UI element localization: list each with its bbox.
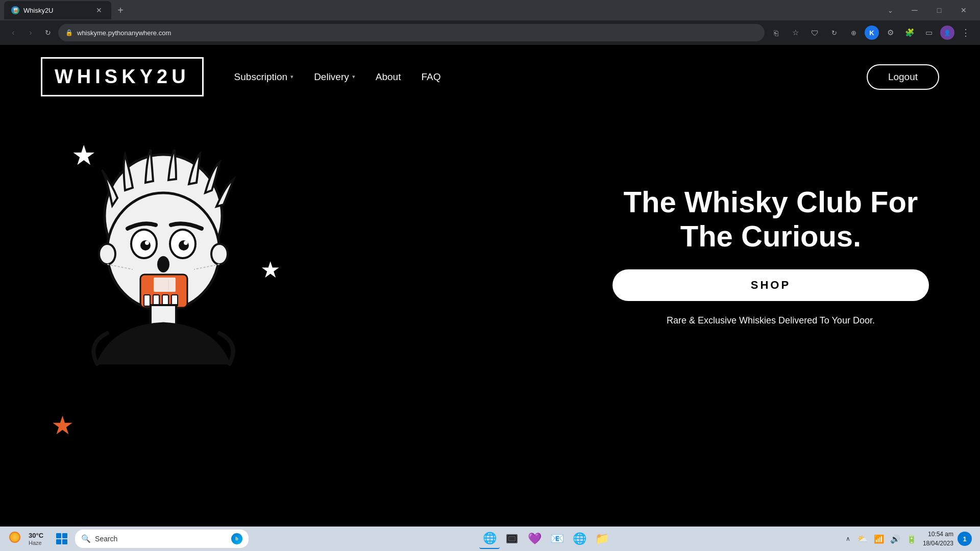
taskbar-explorer-icon[interactable]: [502, 529, 522, 549]
svg-point-18: [211, 244, 228, 264]
subscription-label: Subscription: [234, 71, 288, 83]
tab-close-icon[interactable]: ✕: [94, 5, 104, 15]
shield-icon[interactable]: 🛡: [806, 24, 823, 41]
weather-widget[interactable]: 30°C Haze: [8, 531, 43, 547]
tray-volume-icon[interactable]: 🔊: [888, 532, 902, 546]
tray-battery-icon[interactable]: 🔋: [904, 532, 919, 546]
window-controls: ⌄ ─ □ ✕: [878, 2, 976, 19]
svg-point-7: [184, 241, 188, 245]
tray-weather-icon[interactable]: ⛅: [855, 532, 870, 546]
taskbar-browser-icon[interactable]: 🌐: [479, 529, 500, 549]
nav-about[interactable]: About: [376, 71, 401, 83]
logout-button[interactable]: Logout: [867, 64, 939, 90]
back-button[interactable]: ‹: [6, 26, 20, 40]
svg-point-6: [145, 241, 149, 245]
taskbar-app5-icon[interactable]: 🌐: [569, 529, 590, 549]
taskbar: 30°C Haze 🔍 Search b 🌐 💜 📧: [0, 527, 980, 551]
svg-point-8: [157, 256, 169, 272]
bookmark-icon[interactable]: ☆: [787, 24, 803, 41]
taskbar-teams-icon[interactable]: 💜: [524, 529, 545, 549]
logout-label: Logout: [888, 71, 918, 82]
extensions-icon[interactable]: 🧩: [901, 24, 918, 41]
lock-icon: 🔒: [65, 29, 73, 36]
menu-icon[interactable]: ⋮: [958, 24, 974, 41]
hero-section: ★ ★ ★: [0, 109, 980, 466]
site-navigation: WHISKY2U Subscription ▾ Delivery ▾ About…: [0, 45, 980, 109]
delivery-label: Delivery: [314, 71, 349, 83]
profile-k-button[interactable]: K: [865, 26, 879, 40]
tray-wifi-icon[interactable]: 📶: [872, 532, 886, 546]
close-button[interactable]: ✕: [951, 2, 976, 19]
delivery-arrow-icon: ▾: [352, 73, 355, 80]
bing-icon: b: [231, 533, 242, 544]
hero-title: The Whisky Club For The Curious.: [612, 185, 929, 253]
active-tab[interactable]: 🥃 Whisky2U ✕: [4, 1, 111, 19]
tray-expand-icon[interactable]: ∧: [843, 532, 853, 546]
taskbar-files-icon[interactable]: 📁: [592, 529, 612, 549]
taskbar-mail-icon[interactable]: 📧: [547, 529, 567, 549]
shop-label: SHOP: [751, 279, 791, 291]
weather-desc: Haze: [29, 540, 43, 546]
maximize-button[interactable]: □: [927, 2, 951, 19]
minimize-button[interactable]: ─: [902, 2, 927, 19]
tab-title: Whisky2U: [23, 7, 54, 14]
taskbar-search-icon: 🔍: [81, 534, 91, 543]
shop-button[interactable]: SHOP: [612, 269, 929, 301]
extension2-icon[interactable]: ⊕: [845, 24, 862, 41]
settings-icon[interactable]: ⚙: [882, 24, 898, 41]
star-mid-icon: ★: [260, 257, 280, 283]
hero-text-block: The Whisky Club For The Curious. SHOP Ra…: [612, 185, 929, 326]
clock-time: 10:54 am: [923, 530, 953, 539]
profile-avatar[interactable]: 👤: [940, 26, 954, 40]
share-icon[interactable]: ⎗: [768, 24, 784, 41]
site-logo[interactable]: WHISKY2U: [41, 57, 204, 96]
taskbar-search-bar[interactable]: 🔍 Search b: [75, 530, 249, 548]
browser-chrome: 🥃 Whisky2U ✕ + ⌄ ─ □ ✕ ‹ › ↻ 🔒 whiskyme.…: [0, 0, 980, 45]
new-tab-button[interactable]: +: [113, 3, 128, 17]
website-content: WHISKY2U Subscription ▾ Delivery ▾ About…: [0, 45, 980, 484]
star-orange-icon: ★: [51, 411, 74, 440]
refresh-button[interactable]: ↻: [41, 26, 55, 40]
windows-logo-icon: [56, 533, 67, 544]
weather-icon: [8, 531, 24, 547]
forward-button[interactable]: ›: [23, 26, 38, 40]
start-button[interactable]: [52, 529, 72, 549]
tab-bar: 🥃 Whisky2U ✕ + ⌄ ─ □ ✕: [0, 0, 980, 20]
nav-links: Subscription ▾ Delivery ▾ About FAQ: [234, 71, 867, 83]
notification-button[interactable]: 1: [958, 532, 972, 546]
extension-icon[interactable]: ↻: [826, 24, 842, 41]
logo-text: WHISKY2U: [55, 66, 190, 87]
weather-info: 30°C Haze: [29, 532, 43, 546]
taskbar-icons: 🌐 💜 📧 🌐 📁: [252, 529, 840, 549]
dropdown-icon[interactable]: ⌄: [878, 2, 902, 19]
clock-date: 18/04/2023: [923, 539, 953, 548]
nav-faq[interactable]: FAQ: [421, 71, 440, 83]
nav-subscription[interactable]: Subscription ▾: [234, 71, 294, 83]
taskbar-search-text: Search: [95, 535, 227, 543]
svg-rect-10: [144, 295, 150, 306]
mascot-svg: [66, 149, 260, 374]
sidebar-toggle-icon[interactable]: ▭: [921, 24, 937, 41]
svg-rect-14: [153, 277, 176, 292]
hero-subtitle: Rare & Exclusive Whiskies Delivered To Y…: [612, 315, 929, 326]
notification-count: 1: [963, 535, 966, 543]
clock-display[interactable]: 10:54 am 18/04/2023: [921, 530, 955, 548]
faq-label: FAQ: [421, 71, 440, 82]
subscription-arrow-icon: ▾: [290, 73, 293, 80]
url-bar[interactable]: 🔒 whiskyme.pythonanywhere.com: [58, 24, 765, 41]
weather-temp: 30°C: [29, 532, 43, 540]
svg-point-17: [99, 244, 115, 264]
address-bar: ‹ › ↻ 🔒 whiskyme.pythonanywhere.com ⎗ ☆ …: [0, 20, 980, 45]
tab-favicon: 🥃: [11, 6, 19, 14]
about-label: About: [376, 71, 401, 82]
system-tray: ∧ ⛅ 📶 🔊 🔋 10:54 am 18/04/2023 1: [843, 530, 972, 548]
nav-delivery[interactable]: Delivery ▾: [314, 71, 355, 83]
url-text: whiskyme.pythonanywhere.com: [77, 29, 171, 37]
hero-mascot: [66, 149, 260, 374]
